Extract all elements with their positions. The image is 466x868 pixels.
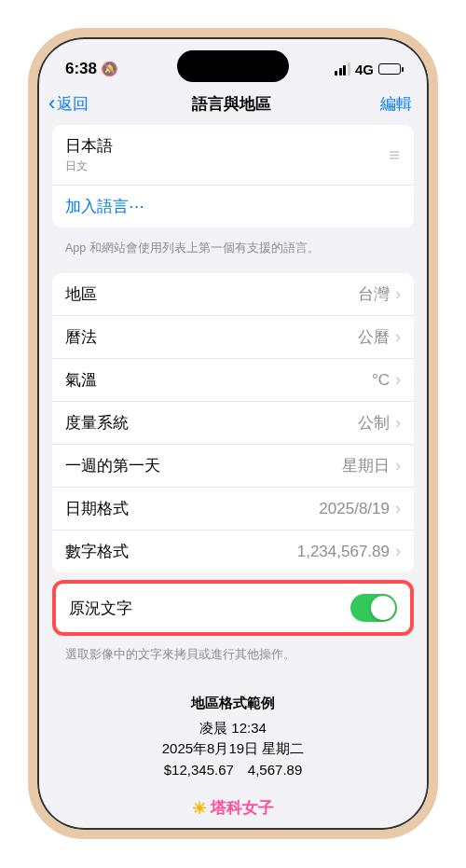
live-text-highlight: 原況文字 — [52, 580, 414, 636]
back-button[interactable]: ‹ 返回 — [48, 91, 89, 116]
settings-label: 度量系統 — [65, 412, 129, 434]
status-time-area: 6:38 🔕 — [65, 60, 118, 78]
settings-label: 數字格式 — [65, 541, 129, 562]
language-note: App 和網站會使用列表上第一個有支援的語言。 — [52, 235, 414, 273]
example-time: 凌晨 12:34 — [52, 718, 414, 739]
add-language-button[interactable]: 加入語言⋯ — [52, 186, 414, 227]
settings-value: 1,234,567.89 › — [297, 542, 401, 561]
drag-handle-icon[interactable]: ≡ — [389, 151, 401, 158]
example-numbers: $12,345.67 4,567.89 — [52, 760, 414, 781]
settings-row-4[interactable]: 一週的第一天星期日 › — [52, 445, 414, 488]
live-text-note: 選取影像中的文字來拷貝或進行其他操作。 — [52, 641, 414, 680]
settings-group: 地區台灣 ›曆法公曆 ›氣溫°C ›度量系統公制 ›一週的第一天星期日 ›日期格… — [52, 273, 414, 572]
edit-button[interactable]: 編輯 — [375, 93, 418, 115]
settings-label: 氣溫 — [65, 369, 97, 391]
status-right: 4G — [335, 62, 401, 77]
phone-frame: 6:38 🔕 4G ‹ 返回 語言與地區 編輯 日本語 日文 ≡ 加入語言⋯ — [28, 28, 438, 839]
nav-bar: ‹ 返回 語言與地區 編輯 — [37, 84, 429, 125]
sun-icon: ☀ — [192, 798, 207, 816]
content-area: 日本語 日文 ≡ 加入語言⋯ App 和網站會使用列表上第一個有支援的語言。 地… — [37, 125, 429, 815]
chevron-right-icon: › — [395, 370, 401, 390]
live-text-label: 原況文字 — [69, 598, 132, 619]
status-time: 6:38 — [65, 60, 97, 78]
chevron-right-icon: › — [395, 413, 401, 433]
settings-label: 曆法 — [65, 326, 97, 348]
chevron-right-icon: › — [395, 327, 401, 347]
watermark: ☀ 塔科女子 — [52, 797, 414, 815]
cell-signal-icon — [335, 62, 350, 76]
settings-row-2[interactable]: 氣溫°C › — [52, 359, 414, 402]
settings-value: 2025/8/19 › — [319, 499, 401, 518]
settings-value: 台灣 › — [358, 283, 401, 305]
settings-value: °C › — [372, 370, 401, 390]
settings-value: 星期日 › — [342, 455, 401, 476]
format-example: 地區格式範例 凌晨 12:34 2025年8月19日 星期二 $12,345.6… — [52, 693, 414, 780]
chevron-left-icon: ‹ — [48, 91, 55, 116]
battery-icon — [378, 63, 401, 75]
settings-row-3[interactable]: 度量系統公制 › — [52, 402, 414, 445]
language-group: 日本語 日文 ≡ 加入語言⋯ — [52, 125, 414, 227]
chevron-right-icon: › — [395, 542, 401, 561]
settings-value: 公曆 › — [358, 326, 401, 348]
status-bar: 6:38 🔕 4G — [37, 37, 429, 84]
settings-row-5[interactable]: 日期格式2025/8/19 › — [52, 488, 414, 530]
example-date: 2025年8月19日 星期二 — [52, 738, 414, 760]
settings-label: 日期格式 — [65, 498, 129, 519]
back-label: 返回 — [57, 93, 89, 115]
settings-value: 公制 › — [358, 412, 401, 434]
settings-row-0[interactable]: 地區台灣 › — [52, 273, 414, 316]
network-label: 4G — [355, 62, 374, 77]
chevron-right-icon: › — [395, 456, 401, 475]
watermark-text: 塔科女子 — [211, 797, 274, 815]
example-title: 地區格式範例 — [52, 693, 414, 714]
settings-row-1[interactable]: 曆法公曆 › — [52, 316, 414, 359]
silent-mode-icon: 🔕 — [101, 61, 118, 77]
language-row[interactable]: 日本語 日文 ≡ — [52, 125, 414, 186]
language-name: 日本語 — [65, 135, 113, 157]
chevron-right-icon: › — [395, 284, 401, 304]
settings-label: 地區 — [65, 283, 97, 305]
chevron-right-icon: › — [395, 499, 401, 518]
settings-label: 一週的第一天 — [65, 455, 160, 476]
live-text-toggle[interactable] — [350, 594, 397, 622]
settings-row-6[interactable]: 數字格式1,234,567.89 › — [52, 530, 414, 572]
language-sub: 日文 — [65, 158, 113, 174]
page-title: 語言與地區 — [192, 93, 271, 115]
live-text-row: 原況文字 — [56, 584, 410, 632]
